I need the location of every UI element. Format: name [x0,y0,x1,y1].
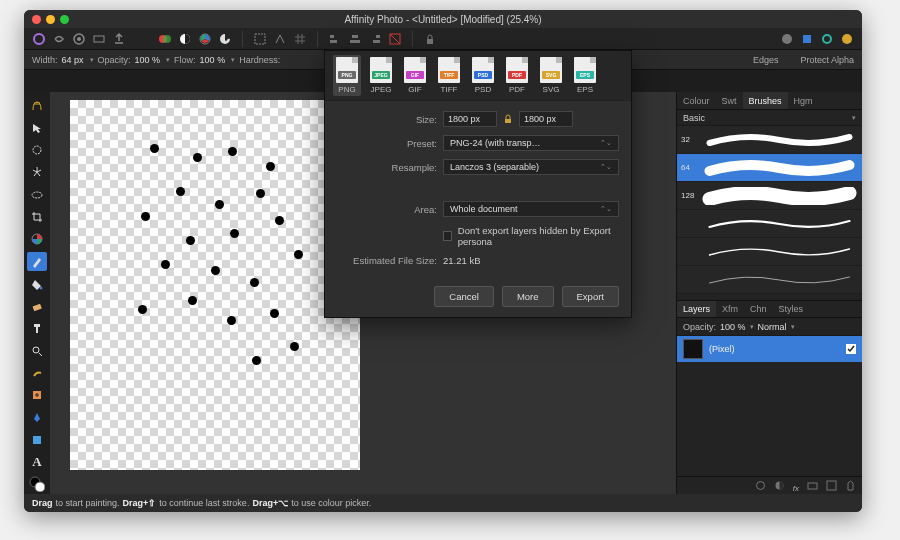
tone-map-persona-icon[interactable] [92,32,106,46]
color-wheel-icon[interactable] [198,32,212,46]
format-gif[interactable]: GIFGIF [401,55,429,96]
brush-category-dropdown[interactable]: Basic ▾ [677,110,862,126]
format-eps[interactable]: EPSEPS [571,55,599,96]
foreground-color[interactable] [27,475,47,494]
area-dropdown[interactable]: Whole document⌃⌄ [443,201,619,217]
resample-dropdown[interactable]: Lanczos 3 (separable)⌃⌄ [443,159,619,175]
brush-preset[interactable]: 64 [677,154,862,182]
pen-tool[interactable] [27,408,47,427]
export-height-input[interactable] [519,111,573,127]
paint-dot [294,250,303,259]
tab-swt[interactable]: Swt [716,92,743,109]
group-layer-icon[interactable] [807,480,818,491]
protect-alpha-label[interactable]: Protect Alpha [800,55,854,65]
brush-preset[interactable]: 128 [677,182,862,210]
hidden-layers-checkbox[interactable]: Don't export layers hidden by Export per… [443,225,619,247]
export-persona-icon[interactable] [112,32,126,46]
tab-layers[interactable]: Layers [677,301,716,317]
chevron-down-icon[interactable]: ▾ [750,323,754,331]
lock-icon[interactable] [423,32,437,46]
align-center-icon[interactable] [348,32,362,46]
fx-layer-icon[interactable]: fx [793,477,799,495]
dodge-tool[interactable] [27,341,47,360]
align-left-icon[interactable] [328,32,342,46]
opacity-dropdown-icon[interactable]: ▾ [166,56,170,64]
mask-layer-icon[interactable] [755,480,766,491]
flow-value[interactable]: 100 % [200,55,226,65]
opacity-value[interactable]: 100 % [135,55,161,65]
snap-icon[interactable] [273,32,287,46]
shape-tool[interactable] [27,430,47,449]
selection-brush-tool[interactable] [27,141,47,160]
move-tool[interactable] [27,118,47,137]
persona-toolbar [24,28,862,50]
clone-tool[interactable] [27,319,47,338]
palette-icon[interactable] [218,32,232,46]
assistant-icon[interactable] [780,32,794,46]
chevron-down-icon[interactable]: ▾ [791,323,795,331]
erase-tool[interactable] [27,297,47,316]
fill-tool[interactable] [27,274,47,293]
format-svg[interactable]: SVGSVG [537,55,565,96]
cancel-button[interactable]: Cancel [434,286,494,307]
format-pdf[interactable]: PDFPDF [503,55,531,96]
brush-preset[interactable]: 32 [677,126,862,154]
tab-styles[interactable]: Styles [773,301,810,317]
paint-dot [252,356,261,365]
brush-preset[interactable] [677,210,862,238]
tab-chn[interactable]: Chn [744,301,773,317]
brush-preset[interactable] [677,266,862,294]
document-canvas[interactable] [70,100,360,470]
layer-row[interactable]: (Pixel) [677,336,862,362]
tab-xfm[interactable]: Xfm [716,301,744,317]
layer-opacity-value[interactable]: 100 % [720,322,746,332]
develop-persona-icon[interactable] [72,32,86,46]
grid-icon[interactable] [293,32,307,46]
tab-brushes[interactable]: Brushes [743,92,788,109]
format-psd[interactable]: PSDPSD [469,55,497,96]
tab-colour[interactable]: Colour [677,92,716,109]
preferences-icon[interactable] [820,32,834,46]
color-picker-tool[interactable] [27,230,47,249]
adjustment-layer-icon[interactable] [774,480,785,491]
color-format-icon[interactable] [158,32,172,46]
flood-select-tool[interactable] [27,163,47,182]
photo-persona-icon[interactable] [32,32,46,46]
brush-preset[interactable] [677,238,862,266]
arrange-icon[interactable] [388,32,402,46]
format-png[interactable]: PNGPNG [333,55,361,96]
view-tool[interactable] [27,96,47,115]
width-value[interactable]: 64 px [62,55,84,65]
marquee-tool[interactable] [27,185,47,204]
crop-tool[interactable] [27,207,47,226]
svg-point-23 [32,192,42,198]
healing-tool[interactable] [27,386,47,405]
text-tool[interactable]: A [27,453,47,472]
export-width-input[interactable] [443,111,497,127]
width-dropdown-icon[interactable]: ▾ [90,56,94,64]
smudge-tool[interactable] [27,363,47,382]
export-button[interactable]: Export [562,286,619,307]
more-button[interactable]: More [502,286,554,307]
studio-icon[interactable] [800,32,814,46]
tab-hgm[interactable]: Hgm [788,92,819,109]
blend-mode-dropdown[interactable]: Normal [758,322,787,332]
paint-brush-tool[interactable] [27,252,47,271]
marquee-icon[interactable] [253,32,267,46]
add-layer-icon[interactable] [826,480,837,491]
edges-label[interactable]: Edges [753,55,779,65]
paint-dot [161,260,170,269]
layer-visibility-checkbox[interactable] [846,344,856,354]
delete-layer-icon[interactable] [845,480,856,491]
format-tiff[interactable]: TIFFTIFF [435,55,463,96]
contrast-icon[interactable] [178,32,192,46]
help-icon[interactable] [840,32,854,46]
flow-dropdown-icon[interactable]: ▾ [231,56,235,64]
preset-dropdown[interactable]: PNG-24 (with transp…⌃⌄ [443,135,619,151]
liquify-persona-icon[interactable] [52,32,66,46]
svg-rect-14 [376,35,380,38]
lock-aspect-icon[interactable] [503,114,513,124]
format-jpeg[interactable]: JPEGJPEG [367,55,395,96]
app-window: Affinity Photo - <Untitled> [Modified] (… [24,10,862,512]
align-right-icon[interactable] [368,32,382,46]
